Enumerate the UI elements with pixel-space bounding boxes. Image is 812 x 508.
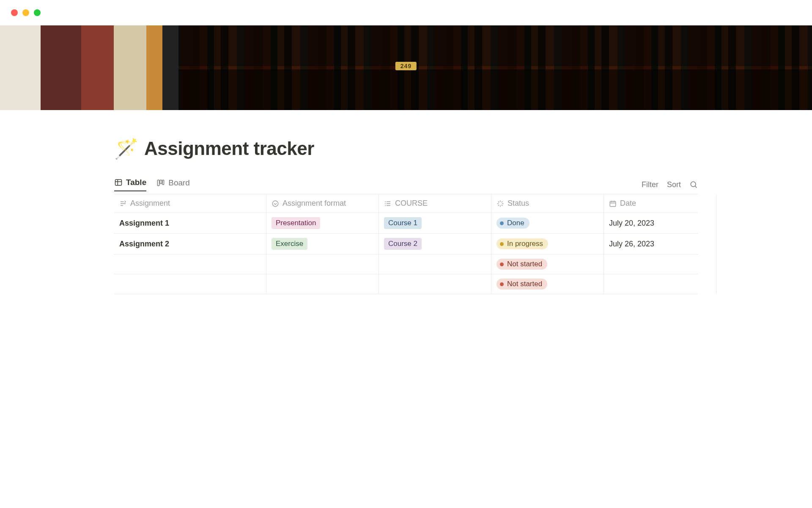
status-dot-icon — [500, 242, 504, 246]
multiselect-property-icon — [384, 200, 392, 207]
svg-point-7 — [385, 203, 386, 204]
page-title[interactable]: Assignment tracker — [144, 138, 314, 159]
svg-rect-9 — [610, 201, 616, 206]
col-assignment[interactable]: Assignment — [114, 194, 266, 213]
tab-board[interactable]: Board — [156, 178, 190, 191]
window-controls — [0, 0, 812, 25]
col-course[interactable]: COURSE — [379, 194, 491, 213]
table-row[interactable]: Not started — [114, 254, 698, 274]
cell-assignment[interactable] — [114, 254, 266, 274]
cell-trailing — [716, 213, 727, 233]
cell-course[interactable] — [379, 274, 491, 294]
cell-course[interactable]: Course 1 — [379, 213, 491, 233]
status-tag: In progress — [497, 238, 548, 249]
col-status[interactable]: Status — [491, 194, 604, 213]
col-status-label: Status — [508, 199, 529, 208]
cell-date[interactable] — [604, 274, 716, 294]
maximize-window-button[interactable] — [34, 9, 41, 16]
cell-date[interactable]: July 20, 2023 — [604, 213, 716, 233]
text-property-icon — [119, 200, 127, 207]
table-row[interactable]: Not started — [114, 274, 698, 294]
tab-board-label: Board — [168, 178, 190, 188]
cell-format[interactable]: Exercise — [266, 234, 379, 254]
cell-status[interactable]: Done — [491, 213, 604, 233]
cell-assignment[interactable]: Assignment 2 — [114, 234, 266, 254]
status-label: Not started — [507, 260, 542, 268]
cell-course[interactable]: Course 2 — [379, 234, 491, 254]
date-property-icon — [609, 200, 617, 207]
table-row[interactable]: Assignment 1PresentationCourse 1DoneJuly… — [114, 213, 698, 234]
status-tag: Not started — [497, 259, 547, 270]
course-tag: Course 2 — [384, 238, 422, 250]
cell-date[interactable] — [604, 254, 716, 274]
status-dot-icon — [500, 262, 504, 266]
svg-point-6 — [385, 201, 386, 202]
page-cover[interactable] — [0, 25, 812, 110]
table-header-row: Assignment Assignment format COURSE Stat… — [114, 194, 698, 213]
minimize-window-button[interactable] — [22, 9, 29, 16]
view-controls: Filter Sort — [642, 180, 698, 189]
status-label: Not started — [507, 280, 542, 288]
sort-button[interactable]: Sort — [667, 180, 681, 189]
table-row[interactable]: Assignment 2ExerciseCourse 2In progressJ… — [114, 234, 698, 254]
filter-button[interactable]: Filter — [642, 180, 658, 189]
format-tag: Exercise — [272, 238, 307, 250]
svg-rect-2 — [160, 180, 162, 183]
tab-table[interactable]: Table — [114, 178, 146, 191]
cell-status[interactable]: In progress — [491, 234, 604, 254]
select-property-icon — [272, 200, 279, 207]
status-dot-icon — [500, 221, 504, 225]
status-dot-icon — [500, 282, 504, 286]
svg-point-8 — [385, 205, 386, 206]
tab-table-label: Table — [126, 178, 146, 187]
col-course-label: COURSE — [395, 199, 428, 208]
database-table: Assignment Assignment format COURSE Stat… — [114, 194, 698, 294]
status-label: In progress — [507, 240, 543, 248]
cell-assignment[interactable] — [114, 274, 266, 294]
svg-point-5 — [272, 201, 278, 207]
search-icon[interactable] — [689, 180, 698, 189]
svg-point-4 — [691, 182, 696, 187]
cell-course[interactable] — [379, 254, 491, 274]
col-format-label: Assignment format — [283, 199, 346, 208]
course-tag: Course 1 — [384, 217, 422, 229]
cell-assignment[interactable]: Assignment 1 — [114, 213, 266, 233]
status-tag: Not started — [497, 279, 547, 290]
board-icon — [156, 179, 165, 187]
view-tabs: Table Board — [114, 178, 190, 191]
status-property-icon — [497, 200, 504, 207]
status-label: Done — [507, 219, 524, 227]
col-format[interactable]: Assignment format — [266, 194, 379, 213]
cell-trailing — [716, 274, 727, 294]
close-window-button[interactable] — [11, 9, 18, 16]
cell-trailing — [716, 254, 727, 274]
status-tag: Done — [497, 218, 529, 229]
col-assignment-label: Assignment — [130, 199, 170, 208]
cell-trailing — [716, 234, 727, 254]
col-date-label: Date — [620, 199, 636, 208]
col-date[interactable]: Date — [604, 194, 716, 213]
page-icon[interactable]: 🪄 — [114, 139, 138, 158]
table-icon — [114, 178, 123, 187]
cell-format[interactable] — [266, 274, 379, 294]
cell-status[interactable]: Not started — [491, 274, 604, 294]
page-header: 🪄 Assignment tracker — [114, 138, 698, 159]
svg-rect-0 — [115, 179, 122, 185]
cell-format[interactable]: Presentation — [266, 213, 379, 233]
cell-date[interactable]: July 26, 2023 — [604, 234, 716, 254]
svg-rect-3 — [162, 180, 164, 185]
svg-rect-1 — [158, 180, 159, 185]
cell-status[interactable]: Not started — [491, 254, 604, 274]
col-add[interactable] — [716, 194, 727, 213]
format-tag: Presentation — [272, 217, 320, 229]
cell-format[interactable] — [266, 254, 379, 274]
